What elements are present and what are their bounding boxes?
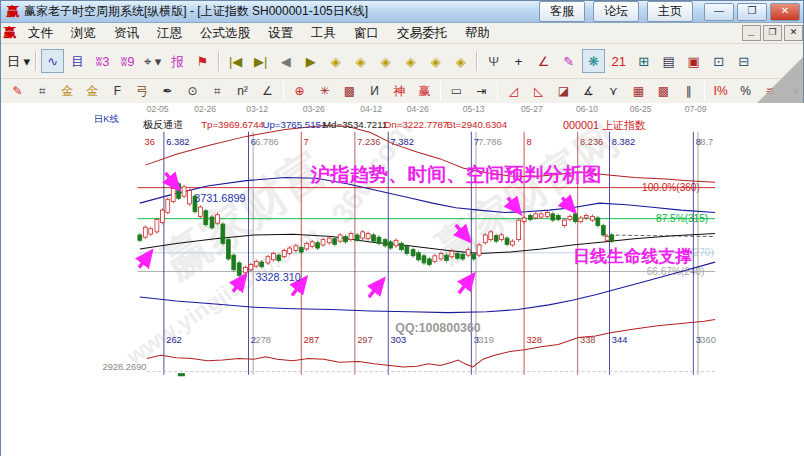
fork-lines-icon[interactable]: ⋎ [602, 81, 625, 101]
low-price-label: 3328.310 [255, 271, 300, 283]
menu-item-formula-stock-pick[interactable]: 公式选股 [191, 24, 259, 43]
prev-icon[interactable]: ◀ [274, 49, 297, 73]
zoom-left-icon[interactable]: ◈ [324, 49, 347, 73]
notes-icon[interactable]: ▤ [657, 49, 680, 73]
kline-plot[interactable]: 赢家财富www.yingjia360.com赢家财富网360.com02-050… [1, 103, 804, 456]
zoom-right-icon[interactable]: ◈ [349, 49, 372, 73]
period-label: 日K线 [94, 114, 119, 124]
svg-text:8: 8 [526, 137, 531, 147]
wave-mark-icon[interactable]: И [363, 81, 386, 101]
toolbar-main: 日 ▾∿目ʬ3ʬ9⌖ ▾报⚑|◀▶|◀▶◈◈◈◈◈◈Ψ+∠✎❋21⊞▤▣⊡⊟ [1, 44, 803, 79]
grid-lines-icon[interactable]: ⌗ [31, 81, 54, 101]
more-1-icon[interactable]: » [784, 81, 804, 101]
n-square-icon[interactable]: n² [231, 81, 254, 101]
save-icon[interactable]: ▣ [682, 49, 705, 73]
menu-item-file[interactable]: 文件 [19, 24, 62, 43]
gann-fan-up-icon[interactable]: ◺ [527, 81, 550, 101]
flag-filter-icon[interactable]: ⚑ [191, 49, 214, 73]
forum-button[interactable]: 论坛 [593, 1, 639, 22]
compress-icon[interactable]: ◈ [399, 49, 422, 73]
mdi-minimize-button[interactable]: ＿ [742, 25, 761, 41]
shen-icon[interactable]: 神 [388, 81, 411, 101]
menu-item-help[interactable]: 帮助 [456, 24, 499, 43]
target-circle-icon[interactable]: ⊕ [288, 81, 311, 101]
home-button[interactable]: 主页 [647, 1, 693, 22]
svg-text:06-10: 06-10 [576, 104, 598, 114]
toolbar-separator [440, 81, 441, 101]
gann-box-icon[interactable]: ▩ [652, 81, 675, 101]
indicator-dn: Dn=3222.7787 [384, 119, 448, 130]
minimize-button[interactable]: — [704, 3, 734, 21]
mdi-close-button[interactable]: ✕ [784, 25, 803, 41]
calendar-icon[interactable]: 21 [607, 49, 630, 73]
svg-text:02-26: 02-26 [194, 104, 216, 114]
quote-list-icon[interactable]: 目 [66, 49, 89, 73]
last-page-icon[interactable]: ▶| [249, 49, 272, 73]
brush-icon[interactable]: ✎ [6, 81, 29, 101]
angle-tool-icon[interactable]: ∠ [532, 49, 555, 73]
pen-nib-icon[interactable]: ✒ [156, 81, 179, 101]
net-send-icon[interactable]: ⊡ [707, 49, 730, 73]
bow-tool-icon[interactable]: 弓 [131, 81, 154, 101]
gann-fan-icon[interactable]: ◿ [502, 81, 525, 101]
expand-icon[interactable]: ◈ [374, 49, 397, 73]
kline-period-icon[interactable]: 日 ▾ [6, 49, 31, 73]
mini-chart-3-icon[interactable]: ʬ3 [91, 49, 114, 73]
curve-mode-icon[interactable]: ∿ [41, 49, 64, 73]
report-icon[interactable]: 报 [166, 49, 189, 73]
percent-line-icon[interactable]: ≌ [759, 81, 782, 101]
web-square-icon[interactable]: ▩ [338, 81, 361, 101]
menu-item-window[interactable]: 窗口 [345, 24, 388, 43]
restore-button[interactable]: ❐ [737, 3, 767, 21]
menu-item-news[interactable]: 资讯 [105, 24, 148, 43]
app-logo-icon: 赢 [4, 3, 22, 21]
angle-meas-icon[interactable]: ∠ [256, 81, 279, 101]
menu-item-browse[interactable]: 浏览 [62, 24, 105, 43]
customer-service-button[interactable]: 客服 [539, 1, 585, 22]
ruler-123-icon[interactable]: ▭ [445, 81, 468, 101]
close-button[interactable]: ✕ [770, 3, 800, 21]
percent-icon[interactable]: % [734, 81, 757, 101]
shift-up-icon[interactable]: ◈ [424, 49, 447, 73]
qq-watermark: QQ:100800360 [395, 321, 481, 335]
cycle-tool-icon[interactable]: ❋ [582, 49, 605, 73]
svg-text:04-26: 04-26 [407, 104, 429, 114]
mini-chart-9-icon[interactable]: ʬ9 [116, 49, 139, 73]
fan-square-icon[interactable]: ◪ [552, 81, 575, 101]
chart-area[interactable]: 赢家财富www.yingjia360.com赢家财富网360.com02-050… [1, 103, 804, 456]
svg-text:328: 328 [526, 335, 542, 345]
svg-text:36: 36 [144, 137, 154, 147]
net-pc-icon[interactable]: ⊟ [732, 49, 755, 73]
indicator-name: 极反通道 [142, 119, 183, 130]
menu-item-gann[interactable]: 江恩 [148, 24, 191, 43]
gann-grid-icon[interactable]: ▦ [627, 81, 650, 101]
percent-range-icon[interactable]: Ⅰ% [709, 81, 732, 101]
spider-web-icon[interactable]: ✳ [313, 81, 336, 101]
speed-lines-icon[interactable]: ∡ [577, 81, 600, 101]
calculator-icon[interactable]: ⊞ [632, 49, 655, 73]
next-icon[interactable]: ▶ [299, 49, 322, 73]
crosshair-icon[interactable]: + [507, 49, 530, 73]
menu-item-tools[interactable]: 工具 [302, 24, 345, 43]
svg-text:05-27: 05-27 [521, 104, 543, 114]
hand-tool-icon[interactable]: Ψ [482, 49, 505, 73]
ying-icon[interactable]: 赢 [413, 81, 436, 101]
menu-item-trade-order[interactable]: 交易委托 [388, 24, 456, 43]
ruler-grid-icon[interactable]: ⌗ [206, 81, 229, 101]
gold-section-icon[interactable]: 金 [56, 81, 79, 101]
pin-tool-icon[interactable]: ⌖ ▾ [141, 49, 164, 73]
parallel-icon[interactable]: ∥ [677, 81, 700, 101]
gold-ratio-icon[interactable]: 金 [81, 81, 104, 101]
mdi-restore-button[interactable]: ❐ [763, 25, 782, 41]
svg-text:6.786: 6.786 [255, 137, 278, 147]
time-circle-icon[interactable]: ⊙ [181, 81, 204, 101]
svg-text:278: 278 [255, 335, 271, 345]
fibonacci-icon[interactable]: F [106, 81, 129, 101]
svg-text:05-13: 05-13 [463, 104, 485, 114]
first-page-icon[interactable]: |◀ [224, 49, 247, 73]
shift-down-icon[interactable]: ◈ [449, 49, 472, 73]
draw-pen-icon[interactable]: ✎ [557, 49, 580, 73]
measure-icon[interactable]: ⇥ [470, 81, 493, 101]
svg-text:360: 360 [700, 335, 716, 345]
menu-item-settings[interactable]: 设置 [259, 24, 302, 43]
